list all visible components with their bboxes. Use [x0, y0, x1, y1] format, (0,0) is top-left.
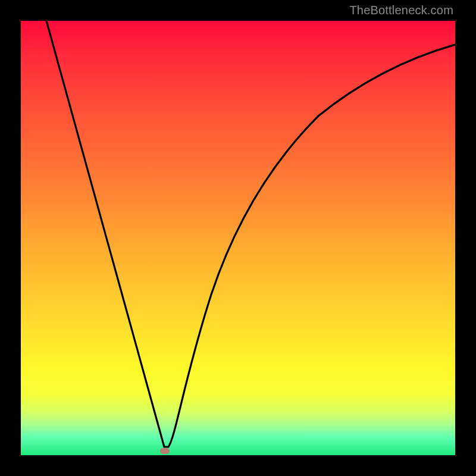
bottleneck-curve	[21, 21, 455, 455]
watermark-text: TheBottleneck.com	[349, 4, 453, 17]
curve-path	[46, 21, 455, 447]
plot-area	[21, 21, 455, 455]
chart-frame: TheBottleneck.com	[0, 0, 476, 476]
optimal-point-marker	[160, 448, 170, 454]
